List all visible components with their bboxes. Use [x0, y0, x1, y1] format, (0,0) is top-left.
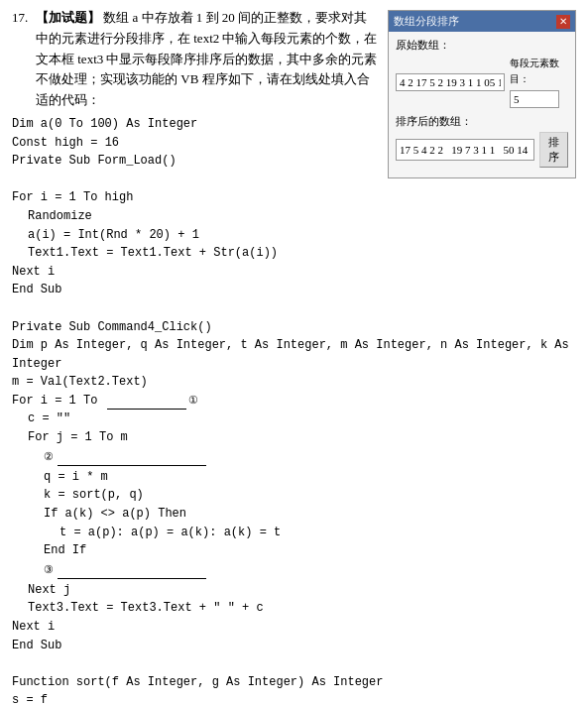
result-row: 排序 [396, 132, 568, 168]
code-line: Randomize [28, 207, 576, 226]
input-textbox[interactable] [396, 73, 505, 91]
code-line: Private Sub Command4_Click() [12, 318, 576, 337]
code-line: t = a(p): a(p) = a(k): a(k) = t [59, 524, 576, 542]
question-title: 【加试题】 数组 a 中存放着 1 到 20 间的正整数，要求对其中的元素进行分… [36, 10, 378, 107]
question-header: 17. 【加试题】 数组 a 中存放着 1 到 20 间的正整数，要求对其中的元… [12, 8, 378, 111]
sort-button[interactable]: 排序 [539, 132, 568, 168]
code-line: For i = 1 To ① [12, 392, 576, 411]
code-line: Function sort(f As Integer, g As Integer… [12, 673, 576, 692]
count-label: 每段元素数目： [510, 56, 568, 86]
result-label: 排序后的数组： [396, 113, 568, 130]
question-17: 数组分段排序 ✕ 原始数组： 每段元素数目： 排序后的数组： 排序 17. 【加 [12, 8, 576, 705]
code-line: End Sub [12, 281, 576, 299]
code-line: a(i) = Int(Rnd * 20) + 1 [28, 226, 576, 245]
code-line: s = f [12, 691, 576, 705]
input-label: 原始数组： [396, 37, 568, 54]
code-line: Dim p As Integer, q As Integer, t As Int… [12, 336, 576, 373]
code-block: Dim a(0 To 100) As Integer Const ①high =… [12, 115, 576, 705]
input-row: 每段元素数目： [396, 56, 568, 108]
code-line: m = Val(Text2.Text) [12, 373, 576, 392]
ui-window: 数组分段排序 ✕ 原始数组： 每段元素数目： 排序后的数组： 排序 [388, 10, 576, 178]
code-line: k = sort(p, q) [44, 486, 576, 505]
code-line: End If [44, 541, 576, 560]
blank-2-row: ② [44, 449, 576, 466]
code-line: Next j [28, 581, 576, 600]
question-tag: 【加试题】 [36, 10, 100, 25]
code-line: For i = 1 To high [12, 188, 576, 207]
code-line: For j = 1 To m [28, 428, 576, 447]
result-textbox[interactable] [396, 139, 534, 161]
code-line: Next i [12, 263, 576, 282]
question-body: 【加试题】 数组 a 中存放着 1 到 20 间的正整数，要求对其中的元素进行分… [36, 8, 378, 111]
code-line: Next i [12, 618, 576, 637]
code-line: End Sub [12, 637, 576, 655]
ui-titlebar: 数组分段排序 ✕ [389, 11, 575, 32]
blank-3-row: ③ [44, 562, 576, 579]
question-number: 17. [12, 8, 34, 28]
code-line: Text3.Text = Text3.Text + " " + c [28, 599, 576, 618]
close-icon[interactable]: ✕ [556, 15, 570, 29]
ui-title: 数组分段排序 [394, 13, 459, 30]
code-line: Text1.Text = Text1.Text + Str(a(i)) [28, 244, 576, 263]
ui-body: 原始数组： 每段元素数目： 排序后的数组： 排序 [389, 32, 575, 177]
code-line: q = i * m [44, 468, 576, 487]
code-line: If a(k) <> a(p) Then [44, 505, 576, 524]
count-textbox[interactable] [510, 90, 559, 108]
code-line: c = "" [28, 410, 576, 428]
